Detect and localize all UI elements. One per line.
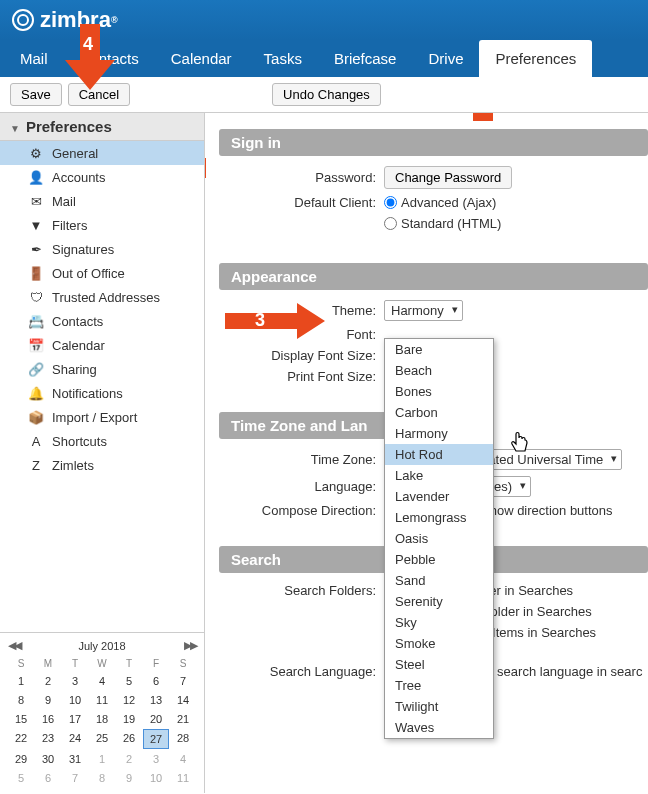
sidebar-header[interactable]: Preferences <box>0 113 204 141</box>
theme-option-bones[interactable]: Bones <box>385 381 493 402</box>
theme-option-lemongrass[interactable]: Lemongrass <box>385 507 493 528</box>
cal-day[interactable]: 8 <box>8 691 34 709</box>
save-button[interactable]: Save <box>10 83 62 106</box>
cal-day[interactable]: 10 <box>62 691 88 709</box>
sidebar-item-sharing[interactable]: 🔗Sharing <box>0 357 204 381</box>
sidebar-item-notifications[interactable]: 🔔Notifications <box>0 381 204 405</box>
theme-option-sky[interactable]: Sky <box>385 612 493 633</box>
sidebar-item-calendar[interactable]: 📅Calendar <box>0 333 204 357</box>
cal-day[interactable]: 23 <box>35 729 61 749</box>
section-appearance: Appearance <box>219 263 648 290</box>
theme-option-oasis[interactable]: Oasis <box>385 528 493 549</box>
cal-day[interactable]: 7 <box>62 769 88 787</box>
cal-day[interactable]: 22 <box>8 729 34 749</box>
sidebar-item-out-of-office[interactable]: 🚪Out of Office <box>0 261 204 285</box>
sidebar-item-import-export[interactable]: 📦Import / Export <box>0 405 204 429</box>
cal-day[interactable]: 4 <box>170 750 196 768</box>
cal-day[interactable]: 11 <box>89 691 115 709</box>
cal-day[interactable]: 13 <box>143 691 169 709</box>
cal-day[interactable]: 2 <box>35 672 61 690</box>
client-standard-radio[interactable] <box>384 217 397 230</box>
theme-option-pebble[interactable]: Pebble <box>385 549 493 570</box>
sidebar-item-signatures[interactable]: ✒Signatures <box>0 237 204 261</box>
cal-day[interactable]: 16 <box>35 710 61 728</box>
theme-option-serenity[interactable]: Serenity <box>385 591 493 612</box>
cal-day[interactable]: 24 <box>62 729 88 749</box>
change-password-button[interactable]: Change Password <box>384 166 512 189</box>
cal-day[interactable]: 1 <box>89 750 115 768</box>
cal-next[interactable]: ▶▶ <box>184 639 196 652</box>
cal-dow: T <box>116 656 142 671</box>
tab-briefcase[interactable]: Briefcase <box>318 40 413 77</box>
tab-mail[interactable]: Mail <box>4 40 64 77</box>
tab-calendar[interactable]: Calendar <box>155 40 248 77</box>
cal-day[interactable]: 5 <box>8 769 34 787</box>
theme-option-sand[interactable]: Sand <box>385 570 493 591</box>
undo-changes-button[interactable]: Undo Changes <box>272 83 381 106</box>
cal-day[interactable]: 2 <box>116 750 142 768</box>
cal-day[interactable]: 26 <box>116 729 142 749</box>
cal-day[interactable]: 1 <box>8 672 34 690</box>
theme-option-waves[interactable]: Waves <box>385 717 493 738</box>
cal-day[interactable]: 11 <box>170 769 196 787</box>
theme-option-carbon[interactable]: Carbon <box>385 402 493 423</box>
cal-day[interactable]: 5 <box>116 672 142 690</box>
sb-label: Import / Export <box>52 410 137 425</box>
tz-label: Time Zone: <box>219 452 384 467</box>
cal-day[interactable]: 7 <box>170 672 196 690</box>
cal-day[interactable]: 3 <box>62 672 88 690</box>
sb-icon: ▼ <box>28 217 44 233</box>
cal-day[interactable]: 10 <box>143 769 169 787</box>
theme-option-bare[interactable]: Bare <box>385 339 493 360</box>
sb-label: Filters <box>52 218 87 233</box>
sidebar-item-mail[interactable]: ✉Mail <box>0 189 204 213</box>
sidebar-item-shortcuts[interactable]: AShortcuts <box>0 429 204 453</box>
cal-day[interactable]: 25 <box>89 729 115 749</box>
cal-day[interactable]: 28 <box>170 729 196 749</box>
sidebar-item-general[interactable]: ⚙General <box>0 141 204 165</box>
cal-day[interactable]: 29 <box>8 750 34 768</box>
tab-preferences[interactable]: Preferences <box>479 40 592 77</box>
cal-day[interactable]: 14 <box>170 691 196 709</box>
sidebar-item-trusted-addresses[interactable]: 🛡Trusted Addresses <box>0 285 204 309</box>
client-advanced-radio[interactable] <box>384 196 397 209</box>
cal-day[interactable]: 9 <box>116 769 142 787</box>
theme-option-beach[interactable]: Beach <box>385 360 493 381</box>
cal-day[interactable]: 21 <box>170 710 196 728</box>
cal-day[interactable]: 20 <box>143 710 169 728</box>
sidebar-item-contacts[interactable]: 📇Contacts <box>0 309 204 333</box>
cal-day[interactable]: 17 <box>62 710 88 728</box>
cal-day[interactable]: 6 <box>143 672 169 690</box>
cal-prev[interactable]: ◀◀ <box>8 639 20 652</box>
theme-option-harmony[interactable]: Harmony <box>385 423 493 444</box>
sidebar-item-zimlets[interactable]: ZZimlets <box>0 453 204 477</box>
theme-select[interactable]: Harmony <box>384 300 463 321</box>
cal-day[interactable]: 31 <box>62 750 88 768</box>
cal-day[interactable]: 19 <box>116 710 142 728</box>
sidebar-item-accounts[interactable]: 👤Accounts <box>0 165 204 189</box>
sb-label: Calendar <box>52 338 105 353</box>
cal-day[interactable]: 18 <box>89 710 115 728</box>
theme-dropdown[interactable]: BareBeachBonesCarbonHarmonyHot RodLakeLa… <box>384 338 494 739</box>
theme-option-tree[interactable]: Tree <box>385 675 493 696</box>
cal-day[interactable]: 8 <box>89 769 115 787</box>
tab-drive[interactable]: Drive <box>412 40 479 77</box>
sb-icon: 👤 <box>28 169 44 185</box>
cal-day[interactable]: 27 <box>143 729 169 749</box>
cal-day[interactable]: 6 <box>35 769 61 787</box>
cal-day[interactable]: 30 <box>35 750 61 768</box>
sb-label: Contacts <box>52 314 103 329</box>
cal-day[interactable]: 15 <box>8 710 34 728</box>
cal-day[interactable]: 12 <box>116 691 142 709</box>
theme-option-twilight[interactable]: Twilight <box>385 696 493 717</box>
cal-day[interactable]: 9 <box>35 691 61 709</box>
theme-option-lavender[interactable]: Lavender <box>385 486 493 507</box>
tab-tasks[interactable]: Tasks <box>248 40 318 77</box>
sidebar-item-filters[interactable]: ▼Filters <box>0 213 204 237</box>
theme-option-steel[interactable]: Steel <box>385 654 493 675</box>
theme-option-hot-rod[interactable]: Hot Rod <box>385 444 493 465</box>
cal-day[interactable]: 3 <box>143 750 169 768</box>
theme-option-smoke[interactable]: Smoke <box>385 633 493 654</box>
theme-option-lake[interactable]: Lake <box>385 465 493 486</box>
cal-day[interactable]: 4 <box>89 672 115 690</box>
